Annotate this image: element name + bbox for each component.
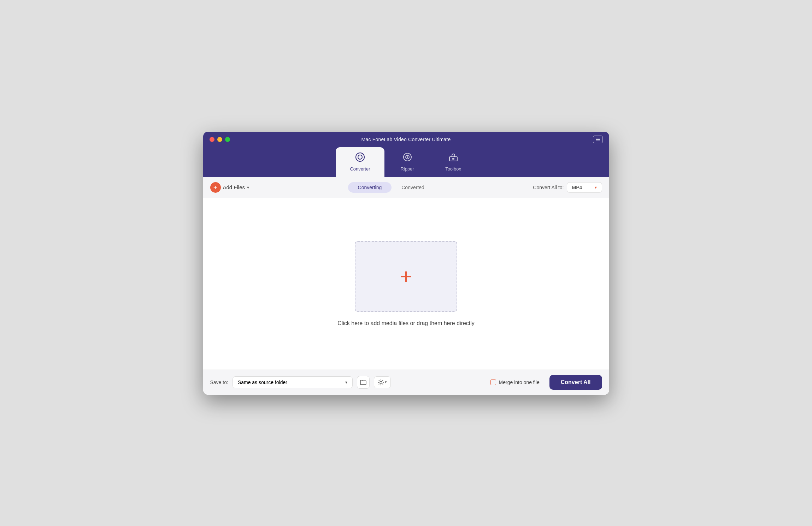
- drop-zone-area[interactable]: + Click here to add media files or drag …: [203, 198, 609, 370]
- format-chevron-icon: ▾: [595, 185, 597, 190]
- save-to-dropdown[interactable]: Same as source folder ▾: [233, 376, 353, 388]
- close-button[interactable]: [210, 137, 214, 142]
- maximize-button[interactable]: [225, 137, 230, 142]
- svg-rect-0: [596, 138, 600, 138]
- drop-zone-plus-icon: +: [400, 266, 412, 287]
- titlebar: Mac FoneLab Video Converter Ultimate: [203, 132, 609, 147]
- merge-label-text: Merge into one file: [499, 379, 540, 385]
- add-files-plus-icon: +: [210, 182, 221, 193]
- converted-tab[interactable]: Converted: [392, 182, 434, 193]
- save-to-value: Same as source folder: [238, 379, 287, 385]
- ripper-icon: [402, 152, 412, 163]
- settings-button[interactable]: ▾: [374, 376, 391, 388]
- window-controls: [210, 137, 230, 142]
- svg-rect-1: [596, 139, 600, 140]
- open-folder-button[interactable]: [357, 376, 370, 389]
- main-content: + Add Files ▾ Converting Converted Conve…: [203, 177, 609, 395]
- format-select-dropdown[interactable]: MP4 ▾: [567, 182, 602, 193]
- settings-chevron-icon: ▾: [385, 380, 387, 384]
- svg-point-8: [407, 156, 408, 158]
- converter-icon: [355, 152, 365, 163]
- window-title: Mac FoneLab Video Converter Ultimate: [361, 137, 451, 142]
- merge-checkbox-label[interactable]: Merge into one file: [490, 379, 540, 385]
- main-tabbar: Converter Ripper Toolbox: [203, 147, 609, 177]
- add-files-button[interactable]: + Add Files ▾: [210, 182, 249, 193]
- menu-icon[interactable]: [593, 136, 603, 143]
- add-files-label: Add Files: [223, 184, 245, 190]
- convert-all-to-label: Convert All to:: [533, 185, 564, 190]
- add-files-chevron-icon: ▾: [247, 185, 249, 190]
- app-window: Mac FoneLab Video Converter Ultimate Con…: [203, 132, 609, 395]
- converting-tab[interactable]: Converting: [348, 182, 392, 193]
- convert-all-button[interactable]: Convert All: [549, 375, 602, 390]
- svg-rect-2: [596, 141, 600, 141]
- svg-rect-10: [452, 158, 454, 160]
- bottom-bar: Save to: Same as source folder ▾ ▾ Merge: [203, 370, 609, 395]
- tab-converter-label: Converter: [350, 166, 370, 172]
- save-to-label: Save to:: [210, 379, 228, 385]
- svg-point-11: [380, 381, 382, 383]
- convert-all-to-section: Convert All to: MP4 ▾: [533, 182, 602, 193]
- status-tabs: Converting Converted: [253, 182, 529, 193]
- toolbox-icon: [448, 152, 458, 163]
- svg-point-4: [358, 155, 362, 159]
- drop-zone-hint: Click here to add media files or drag th…: [337, 320, 475, 327]
- format-value: MP4: [572, 185, 582, 190]
- merge-checkbox[interactable]: [490, 379, 496, 385]
- tab-converter[interactable]: Converter: [336, 147, 384, 177]
- content-toolbar: + Add Files ▾ Converting Converted Conve…: [203, 177, 609, 198]
- tab-toolbox[interactable]: Toolbox: [430, 147, 476, 177]
- tab-toolbox-label: Toolbox: [445, 166, 461, 172]
- minimize-button[interactable]: [217, 137, 222, 142]
- tab-ripper[interactable]: Ripper: [384, 147, 430, 177]
- drop-zone-box[interactable]: +: [355, 241, 457, 312]
- tab-ripper-label: Ripper: [400, 166, 414, 172]
- save-to-chevron-icon: ▾: [345, 380, 347, 385]
